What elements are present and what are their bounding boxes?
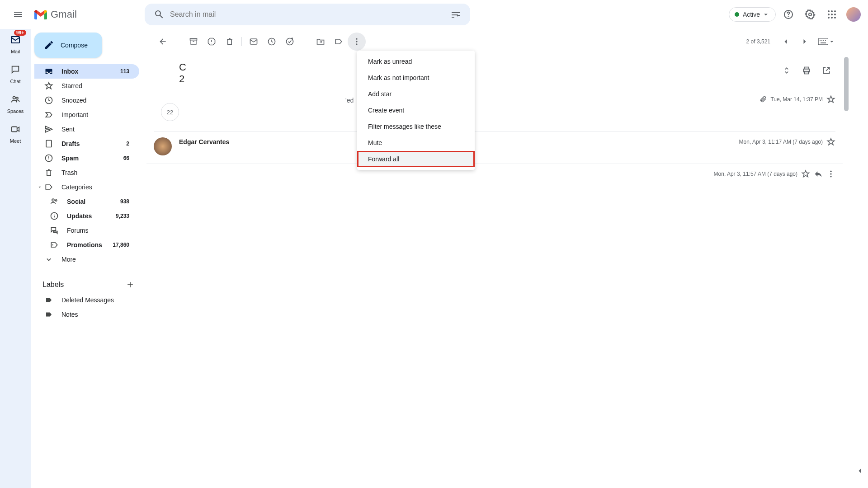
sidebar-item-starred[interactable]: Starred <box>34 79 139 93</box>
svg-point-4 <box>831 10 833 12</box>
add-label-button[interactable] <box>126 280 135 289</box>
add-to-tasks-button[interactable] <box>281 33 299 51</box>
app-header: Gmail Active <box>0 0 868 29</box>
rail-mail[interactable]: 99+ Mail <box>8 33 23 54</box>
print-icon <box>802 66 811 75</box>
sidebar-item-snoozed[interactable]: Snoozed <box>34 93 139 108</box>
sidebar-item-more[interactable]: More <box>34 252 139 267</box>
move-to-button[interactable] <box>311 33 330 51</box>
report-spam-button[interactable] <box>203 33 221 51</box>
tune-icon <box>450 9 461 20</box>
menu-item-mute[interactable]: Mute <box>357 135 475 151</box>
svg-point-39 <box>830 171 831 172</box>
menu-item-forward-all[interactable]: Forward all <box>357 151 475 167</box>
star-icon[interactable] <box>801 169 810 178</box>
compose-button[interactable]: Compose <box>34 33 102 58</box>
reply-icon[interactable] <box>814 169 823 178</box>
svg-point-40 <box>830 173 831 174</box>
scrollbar-thumb[interactable] <box>844 57 849 111</box>
sidebar-item-drafts[interactable]: Drafts2 <box>34 136 139 151</box>
clock-icon <box>267 37 276 46</box>
back-button[interactable] <box>154 33 172 51</box>
trash-icon <box>225 37 234 46</box>
sidebar-item-trash[interactable]: Trash <box>34 165 139 180</box>
conversation-header-actions <box>778 61 835 80</box>
sidebar-item-label: Drafts <box>61 140 80 147</box>
chevron-left-icon <box>781 37 790 46</box>
sidebar-item-count: 113 <box>120 68 129 75</box>
search-options-button[interactable] <box>445 4 467 25</box>
navigation-sidebar: Compose Inbox113StarredSnoozedImportantS… <box>31 29 146 488</box>
star-icon[interactable] <box>826 137 835 146</box>
spam-icon <box>207 37 216 46</box>
header-actions: Active <box>729 5 861 23</box>
gmail-m-icon <box>34 9 47 19</box>
sidebar-item-label: Promotions <box>67 241 102 249</box>
mark-unread-button[interactable] <box>245 33 263 51</box>
menu-item-mark-as-not-important[interactable]: Mark as not important <box>357 70 475 86</box>
archive-button[interactable] <box>184 33 203 51</box>
rail-spaces[interactable]: Spaces <box>7 92 24 114</box>
newer-button[interactable] <box>777 33 795 51</box>
account-avatar[interactable] <box>846 7 861 22</box>
gmail-logo[interactable]: Gmail <box>34 9 77 20</box>
svg-point-5 <box>834 10 836 12</box>
collapsed-count-button[interactable]: 22 <box>161 103 179 121</box>
star-icon[interactable] <box>826 95 835 104</box>
sidebar-item-social[interactable]: Social938 <box>34 194 139 209</box>
menu-item-create-event[interactable]: Create event <box>357 102 475 118</box>
sidebar-item-important[interactable]: Important <box>34 108 139 122</box>
sidebar-item-label: Snoozed <box>61 97 86 104</box>
input-tools-button[interactable] <box>818 38 835 45</box>
label-item[interactable]: Deleted Messages <box>34 293 139 307</box>
rail-spaces-label: Spaces <box>7 108 24 114</box>
delete-button[interactable] <box>221 33 239 51</box>
svg-rect-17 <box>46 141 52 147</box>
menu-item-mark-as-unread[interactable]: Mark as unread <box>357 53 475 70</box>
message-collapsed[interactable]: 'ed Tue, Mar 14, 1:37 PM <box>146 89 843 109</box>
apps-button[interactable] <box>823 5 841 23</box>
label-icon <box>44 296 53 304</box>
more-vert-icon[interactable] <box>826 169 835 178</box>
search-input[interactable] <box>170 10 445 19</box>
expand-all-button[interactable] <box>778 61 796 80</box>
print-button[interactable] <box>797 61 816 80</box>
toolbar-separator <box>241 37 242 46</box>
sidebar-item-promotions[interactable]: Promotions17,860 <box>34 238 139 252</box>
settings-button[interactable] <box>801 5 819 23</box>
label-text: Deleted Messages <box>61 296 114 304</box>
support-button[interactable] <box>779 5 797 23</box>
more-actions-menu: Mark as unreadMark as not importantAdd s… <box>357 51 475 170</box>
rail-meet[interactable]: Meet <box>8 122 23 144</box>
conversation-view: 2 of 3,521 Mark as unreadMark as not imp… <box>146 29 843 488</box>
app-rail: 99+ Mail Chat Spaces Meet <box>0 29 31 488</box>
more-actions-button[interactable] <box>348 33 366 51</box>
snooze-button[interactable] <box>263 33 281 51</box>
sidebar-item-categories[interactable]: Categories <box>34 180 139 194</box>
label-item[interactable]: Notes <box>34 307 139 322</box>
sidebar-item-sent[interactable]: Sent <box>34 122 139 136</box>
sidebar-item-updates[interactable]: Updates9,233 <box>34 209 139 223</box>
sidebar-item-spam[interactable]: Spam66 <box>34 151 139 165</box>
open-new-window-button[interactable] <box>817 61 835 80</box>
rail-chat-label: Chat <box>10 79 20 84</box>
sidebar-item-inbox[interactable]: Inbox113 <box>34 64 139 79</box>
labels-button[interactable] <box>330 33 348 51</box>
side-panel-toggle[interactable] <box>852 463 868 479</box>
status-chip[interactable]: Active <box>729 7 776 22</box>
sidebar-item-count: 66 <box>123 155 129 161</box>
rail-chat[interactable]: Chat <box>8 62 23 84</box>
message-collapsed[interactable]: Edgar Cervantes Mon, Apr 3, 11:17 AM (7 … <box>146 132 843 164</box>
sidebar-item-label: More <box>61 256 76 263</box>
expand-icon <box>44 255 53 264</box>
search-button[interactable] <box>148 4 170 25</box>
main-menu-button[interactable] <box>7 4 29 25</box>
sidebar-item-forums[interactable]: Forums <box>34 223 139 238</box>
status-dot-icon <box>735 12 739 17</box>
menu-item-add-star[interactable]: Add star <box>357 86 475 102</box>
mail-unread-icon <box>249 37 258 46</box>
older-button[interactable] <box>796 33 814 51</box>
more-vert-icon <box>352 37 361 46</box>
menu-item-filter-messages-like-these[interactable]: Filter messages like these <box>357 118 475 135</box>
sender-avatar <box>154 137 172 155</box>
